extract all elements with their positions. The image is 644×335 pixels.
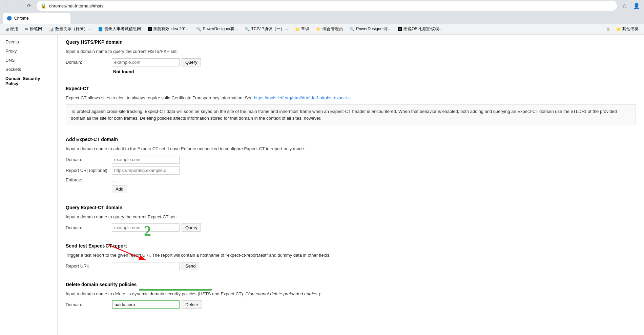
query-hsts-title: Query HSTS/PKP domain: [66, 35, 636, 45]
bookmark-11[interactable]: ⭐ 其他书类: [613, 25, 641, 33]
add-expect-ct-enforce-checkbox[interactable]: [112, 178, 116, 182]
add-expect-ct-report-uri-row: Report URI (optional):: [66, 166, 636, 175]
bookmark-9[interactable]: 🔍 PowerDesigner将...: [347, 25, 394, 33]
query-hsts-domain-row: Domain: Query: [66, 58, 636, 66]
query-hsts-desc: Input a domain name to query the current…: [66, 48, 636, 55]
query-hsts-domain-label: Domain:: [66, 60, 110, 65]
send-test-report-uri-label: Report URI:: [66, 263, 110, 269]
bookmark-3[interactable]: 📘 贵州人事考试信息网: [95, 25, 144, 33]
browser-chrome: ← → ⟳ 🔒 chrome://net-internals/#hsts ☆ 👤…: [0, 0, 644, 35]
bookmarks-overflow-button[interactable]: »: [605, 25, 612, 33]
expect-ct-desc: Expect-CT allows sites to elect to alway…: [66, 95, 636, 101]
query-expect-ct-domain-row: Domain: Query: [66, 223, 636, 232]
bookmark-icon-7: ⭐: [295, 27, 300, 32]
bookmark-label-7: 常识: [301, 26, 309, 32]
send-test-desc: Trigger a test report to the given repor…: [66, 252, 636, 259]
query-expect-ct-section: Query Expect-CT domain Input a domain na…: [66, 200, 636, 232]
forward-button[interactable]: →: [14, 1, 23, 11]
sidebar-label-domain-security-policy: Domain Security Policy: [5, 76, 40, 86]
bookmark-icon-10: 🅰: [398, 27, 402, 32]
query-expect-ct-query-button[interactable]: Query: [182, 223, 201, 232]
query-expect-ct-title: Query Expect-CT domain: [66, 200, 636, 210]
expect-ct-section: Expect-CT Expect-CT allows sites to elec…: [66, 81, 636, 125]
bookmark-label-9: PowerDesigner将...: [356, 26, 391, 32]
address-url: chrome://net-internals/#hsts: [49, 3, 613, 8]
delete-section-desc: Input a domain name to delete its dynami…: [66, 291, 636, 297]
bookmark-label-2: 数量关系（行测）...: [55, 26, 91, 32]
back-button[interactable]: ←: [3, 1, 12, 11]
query-hsts-domain-input[interactable]: [112, 58, 180, 66]
add-expect-ct-title: Add Expect-CT domain: [66, 132, 636, 142]
sidebar: Events Proxy DNS Sockets Domain Security…: [0, 35, 58, 335]
bookmark-8[interactable]: 📁 综合管理员: [313, 25, 346, 33]
bookmark-5[interactable]: 🔍 PowerDesigner将...: [193, 25, 241, 33]
add-expect-ct-desc: Input a domain name to add it to the Exp…: [66, 145, 636, 152]
delete-domain-label: Domain:: [66, 302, 110, 307]
sidebar-item-domain-security-policy[interactable]: Domain Security Policy: [0, 74, 57, 88]
bookmark-2[interactable]: 📊 数量关系（行测）...: [46, 25, 94, 33]
active-tab[interactable]: 🔵 Chrome: [3, 13, 70, 24]
address-bar[interactable]: 🔒 chrome://net-internals/#hsts: [37, 1, 617, 11]
bookmark-label-1: 粉笔网: [30, 26, 42, 32]
query-expect-ct-domain-input[interactable]: [112, 223, 180, 232]
delete-desc-italic: You cannot delete preloaded entries.: [247, 291, 319, 296]
bookmark-label-3: 贵州人事考试信息网: [104, 26, 141, 32]
reload-button[interactable]: ⟳: [24, 1, 34, 11]
bookmark-icon-3: 📘: [98, 27, 103, 32]
add-expect-ct-add-row: Add: [66, 185, 636, 193]
bookmark-1[interactable]: ✏ 粉笔网: [22, 25, 45, 33]
query-expect-ct-desc: Input a domain name to query the current…: [66, 214, 636, 220]
delete-domain-button[interactable]: Delete: [182, 300, 202, 309]
delete-desc-part2: ):: [318, 291, 321, 296]
query-hsts-query-button[interactable]: Query: [182, 58, 201, 66]
sidebar-item-sockets[interactable]: Sockets: [0, 65, 57, 74]
delete-domain-row: Domain: Delete: [66, 300, 636, 309]
bookmark-label-6: TCP/IP协议（一）...: [251, 26, 288, 32]
title-bar: ← → ⟳ 🔒 chrome://net-internals/#hsts ☆ 👤: [0, 0, 644, 12]
sidebar-item-events[interactable]: Events: [0, 37, 57, 46]
add-expect-ct-enforce-label: Enforce:: [66, 177, 110, 182]
add-expect-ct-domain-input[interactable]: [112, 156, 180, 164]
send-test-section: Send test Expect-CT report Trigger a tes…: [66, 238, 636, 270]
sidebar-item-proxy[interactable]: Proxy: [0, 46, 57, 56]
toolbar-right: ☆ 👤: [620, 1, 641, 11]
app-container: Events Proxy DNS Sockets Domain Security…: [0, 35, 644, 335]
sidebar-label-events: Events: [5, 39, 19, 44]
sidebar-label-dns: DNS: [5, 58, 15, 63]
bookmark-icon-2: 📊: [49, 27, 54, 32]
bookmark-icon-11: ⭐: [616, 27, 621, 32]
sidebar-label-proxy: Proxy: [5, 48, 17, 54]
sidebar-item-dns[interactable]: DNS: [0, 56, 57, 65]
send-test-report-uri-row: Report URI: Send: [66, 262, 636, 270]
send-test-report-uri-input[interactable]: [112, 262, 180, 270]
expect-ct-link[interactable]: https://tools.ietf.org/html/draft-ietf-h…: [254, 95, 352, 100]
add-expect-ct-report-uri-input[interactable]: [112, 166, 180, 175]
bookmark-label-5: PowerDesigner将...: [203, 26, 238, 32]
bookmarks-bar: ⊞ 应用 ✏ 粉笔网 📊 数量关系（行测）... 📘 贵州人事考试信息网 🅰 亲…: [0, 24, 644, 35]
bookmark-label-8: 综合管理员: [323, 26, 343, 32]
bookmark-4[interactable]: 🅰 亲测有效 idea 201...: [145, 25, 192, 33]
sidebar-label-sockets: Sockets: [5, 67, 21, 72]
bookmark-icon-8: 📁: [316, 27, 321, 32]
bookmark-6[interactable]: 🔍 TCP/IP协议（一）...: [242, 25, 291, 33]
bookmark-7[interactable]: ⭐ 常识: [292, 25, 312, 33]
bookmark-apps[interactable]: ⊞ 应用: [3, 25, 21, 33]
bookmark-label-11: 其他书类: [622, 26, 639, 32]
profile-button[interactable]: 👤: [632, 1, 641, 11]
query-hsts-not-found: Not found: [113, 69, 636, 74]
send-test-send-button[interactable]: Send: [182, 262, 199, 270]
expect-ct-notice: To protect against cross-site tracking, …: [66, 104, 636, 125]
bookmark-icon-6: 🔍: [245, 27, 250, 32]
add-expect-ct-add-button[interactable]: Add: [112, 185, 127, 193]
bookmark-icon-1: ✏: [25, 27, 28, 32]
nav-buttons: ← → ⟳: [3, 1, 34, 11]
tab-bar: 🔵 Chrome: [0, 12, 644, 24]
delete-domain-input[interactable]: [112, 300, 180, 309]
expect-ct-title: Expect-CT: [66, 81, 636, 91]
bookmark-star-button[interactable]: ☆: [620, 1, 629, 11]
query-expect-ct-domain-label: Domain:: [66, 225, 110, 230]
bookmark-10[interactable]: 🅰 细说OSI七层协议模...: [395, 25, 445, 33]
expect-ct-desc-part2: .: [352, 95, 353, 100]
expect-ct-desc-part1: Expect-CT allows sites to elect to alway…: [66, 95, 254, 100]
tab-title: Chrome: [14, 16, 66, 21]
